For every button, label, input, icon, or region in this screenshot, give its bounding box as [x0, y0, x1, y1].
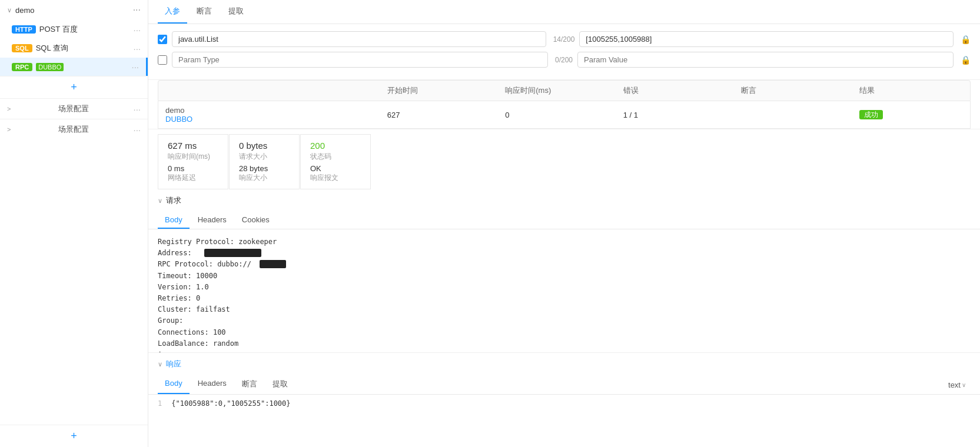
- response-tab-body[interactable]: Body: [158, 375, 190, 394]
- param-count-1: 14/200: [553, 35, 575, 44]
- stats-row: 627 ms 响应时间(ms) 0 ms 网络延迟 0 bytes 请求大小 2…: [148, 134, 980, 189]
- top-tabs: 入参 断言 提取: [148, 0, 980, 24]
- param-value-input-2[interactable]: [577, 52, 954, 68]
- request-arrow-icon: ∨: [158, 197, 162, 205]
- group-arrow-icon: ∨: [7, 6, 12, 14]
- stat-box-status: 200 状态码 OK 响应报文: [300, 134, 371, 189]
- sidebar-item-sql[interactable]: SQL SQL 查询 ···: [0, 39, 148, 58]
- sidebar-group-demo: ∨ demo ··· HTTP POST 百度 ··· SQL SQL 查询 ·…: [0, 0, 148, 98]
- stat-secondary-label-time: 网络延迟: [168, 173, 218, 183]
- params-area: 14/200 🔒 0/200 🔒: [148, 24, 980, 80]
- response-format-dropdown[interactable]: text ∨: [944, 378, 971, 392]
- cell-name: demo DUBBO: [158, 101, 380, 128]
- request-section-header: ∨ 请求: [148, 189, 980, 209]
- lock-icon-2: 🔒: [961, 55, 971, 65]
- stat-secondary-status: OK: [310, 164, 361, 173]
- stat-label-time: 响应时间(ms): [168, 152, 218, 162]
- stat-secondary-time: 0 ms: [168, 164, 218, 173]
- request-body: Registry Protocol: zookeeper Address: RP…: [148, 229, 980, 353]
- redacted-1: [204, 249, 261, 257]
- col-header-response: 响应时间(ms): [498, 81, 616, 101]
- response-arrow-icon: ∨: [158, 361, 162, 368]
- response-section-header: ∨ 响应: [148, 353, 980, 373]
- cell-start: 627: [380, 106, 498, 124]
- response-sub-tabs: Body Headers 断言 提取 text ∨: [148, 373, 980, 395]
- response-tab-assertion[interactable]: 断言: [235, 375, 264, 394]
- request-tab-body[interactable]: Body: [158, 212, 190, 229]
- request-tab-cookies[interactable]: Cookies: [235, 212, 277, 229]
- sidebar-item-http[interactable]: HTTP POST 百度 ···: [0, 20, 148, 39]
- col-header-error: 错误: [616, 81, 734, 101]
- request-sub-tabs: Body Headers Cookies: [148, 209, 980, 229]
- stat-secondary-label-status: 响应报文: [310, 173, 361, 183]
- stat-secondary-label-size: 响应大小: [239, 173, 290, 183]
- response-format-arrow: ∨: [962, 382, 966, 388]
- param-checkbox-1[interactable]: [158, 35, 167, 44]
- response-tab-headers[interactable]: Headers: [191, 375, 234, 394]
- stat-label-status: 状态码: [310, 152, 361, 162]
- response-format-label: text: [948, 381, 961, 389]
- response-line-1: {"1005988":0,"1005255":1000}: [171, 399, 290, 408]
- tab-extract[interactable]: 提取: [221, 0, 251, 24]
- item-more-rpc[interactable]: ···: [131, 62, 139, 72]
- group-more-icon[interactable]: ···: [133, 5, 141, 15]
- item-more-http[interactable]: ···: [133, 25, 141, 35]
- badge-rpc: RPC: [12, 63, 32, 71]
- redacted-2: [260, 260, 286, 268]
- response-body: 1{"1005988":0,"1005255":1000}: [148, 395, 980, 447]
- tab-assertion[interactable]: 断言: [190, 0, 219, 24]
- item-more-sql[interactable]: ···: [133, 44, 141, 54]
- col-header-assertion: 断言: [734, 81, 852, 101]
- stat-secondary-size: 28 bytes: [239, 164, 290, 173]
- line-number-1: 1: [158, 399, 162, 408]
- badge-sql: SQL: [12, 44, 32, 52]
- cell-error: 1 / 1: [616, 106, 734, 124]
- param-checkbox-2[interactable]: [158, 55, 167, 65]
- stat-primary-time: 627 ms: [168, 141, 218, 151]
- param-count-2: 0/200: [555, 56, 573, 64]
- sidebar-group-header[interactable]: ∨ demo ···: [0, 0, 148, 20]
- lock-icon-1: 🔒: [961, 35, 971, 44]
- sidebar-item-rpc[interactable]: RPC DUBBO ···: [0, 58, 148, 76]
- section-arrow-2: >: [7, 126, 11, 133]
- col-header-name: [158, 86, 380, 95]
- response-section-title: 响应: [166, 359, 181, 369]
- cell-assertion: [734, 110, 852, 119]
- results-row: demo DUBBO 627 0 1 / 1 成功: [158, 101, 971, 129]
- col-header-result: 结果: [852, 81, 970, 101]
- stat-primary-size: 0 bytes: [239, 141, 290, 151]
- sidebar-section-2[interactable]: > 场景配置 ···: [0, 119, 148, 139]
- section-label-2: 场景配置: [58, 124, 89, 135]
- param-value-input-1[interactable]: [579, 31, 954, 47]
- section-more-2[interactable]: ···: [133, 125, 141, 135]
- result-badge: 成功: [859, 110, 883, 119]
- request-section-title: 请求: [166, 195, 181, 206]
- stat-box-size: 0 bytes 请求大小 28 bytes 响应大小: [229, 134, 300, 189]
- param-type-input-2[interactable]: [172, 52, 548, 68]
- sidebar-section-1[interactable]: > 场景配置 ···: [0, 98, 148, 119]
- add-icon: +: [71, 81, 77, 94]
- section-arrow-1: >: [7, 105, 11, 112]
- col-header-start: 开始时间: [380, 81, 498, 101]
- response-tabs-left: Body Headers 断言 提取: [158, 375, 296, 394]
- badge-dubbo: DUBBO: [36, 63, 64, 71]
- dubbo-link[interactable]: DUBBO: [165, 115, 192, 124]
- sidebar-bottom-add-button[interactable]: +: [0, 425, 148, 447]
- item-label-sql: SQL 查询: [36, 43, 134, 54]
- sidebar-add-button[interactable]: +: [0, 76, 148, 98]
- section-more-1[interactable]: ···: [133, 104, 141, 114]
- item-label-http: POST 百度: [39, 24, 134, 35]
- param-row-1: 14/200 🔒: [158, 31, 971, 47]
- response-tab-extract[interactable]: 提取: [265, 375, 295, 394]
- cell-group-name: demo: [165, 106, 373, 115]
- stat-box-time: 627 ms 响应时间(ms) 0 ms 网络延迟: [158, 134, 228, 189]
- results-table: 开始时间 响应时间(ms) 错误 断言 结果 demo DUBBO 627 0 …: [148, 80, 980, 129]
- badge-http: HTTP: [12, 25, 36, 34]
- param-type-input-1[interactable]: [172, 31, 546, 47]
- cell-sub-name: DUBBO: [165, 115, 373, 124]
- bottom-add-icon: +: [71, 430, 77, 442]
- request-tab-headers[interactable]: Headers: [191, 212, 234, 229]
- stat-label-size: 请求大小: [239, 152, 290, 162]
- group-title: demo: [15, 6, 133, 15]
- tab-input[interactable]: 入参: [158, 0, 187, 24]
